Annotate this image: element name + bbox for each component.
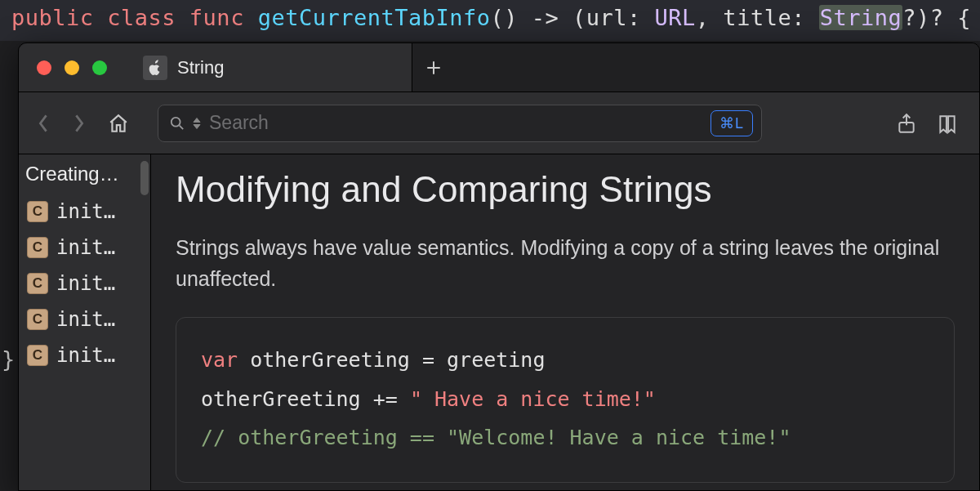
tok-funcname: getCurrentTabInfo: [258, 5, 491, 30]
tab-title: String: [177, 57, 224, 78]
tok-type-string: String: [819, 5, 903, 30]
sidebar-item-init-2[interactable]: C init…: [19, 266, 150, 301]
toolbar-right: [894, 113, 960, 134]
search-icon: [170, 116, 185, 131]
new-tab-button[interactable]: [412, 43, 455, 92]
doc-content[interactable]: Modifying and Comparing Strings Strings …: [151, 154, 979, 490]
constructor-badge-icon: C: [27, 273, 48, 294]
search-scope-chevrons[interactable]: [193, 118, 201, 129]
doc-paragraph: Strings always have value semantics. Mod…: [176, 233, 955, 294]
back-button[interactable]: [29, 107, 58, 140]
search-shortcut-badge: ⌘L: [710, 110, 753, 136]
sidebar-item-label: init…: [56, 236, 115, 259]
share-button[interactable]: [894, 113, 919, 134]
sidebar-heading: Creating…: [19, 159, 150, 194]
doc-heading: Modifying and Comparing Strings: [176, 169, 955, 210]
sidebar-item-init-0[interactable]: C init…: [19, 194, 150, 230]
doc-code-sample: var otherGreeting = greeting otherGreeti…: [176, 317, 955, 483]
sidebar-item-label: init…: [56, 272, 115, 295]
sidebar-item-label: init…: [56, 308, 115, 331]
editor-code-line: public class func getCurrentTabInfo() ->…: [0, 0, 980, 41]
zoom-button[interactable]: [92, 60, 107, 75]
search-input[interactable]: [209, 112, 702, 134]
code-comment: // otherGreeting == "Welcome! Have a nic…: [201, 426, 791, 449]
sidebar-item-init-4[interactable]: C init…: [19, 337, 150, 373]
tok-func: func: [189, 5, 244, 30]
tok-public: public: [11, 5, 94, 30]
svg-line-1: [180, 125, 184, 129]
constructor-badge-icon: C: [27, 201, 48, 222]
forward-button[interactable]: [65, 107, 94, 140]
svg-marker-2: [194, 118, 200, 122]
traffic-lights: [19, 43, 127, 92]
tok-class: class: [107, 5, 176, 30]
sidebar-scrollbar[interactable]: [140, 161, 149, 195]
constructor-badge-icon: C: [27, 237, 48, 258]
home-button[interactable]: [100, 107, 136, 140]
doc-window: String ⌘L: [18, 42, 980, 491]
sidebar-item-init-1[interactable]: C init…: [19, 230, 150, 266]
window-body: Creating… C init… C init… C init… C init…: [19, 154, 979, 490]
sidebar-item-init-3[interactable]: C init…: [19, 301, 150, 337]
apple-icon: [143, 56, 167, 80]
constructor-badge-icon: C: [27, 309, 48, 330]
svg-marker-3: [194, 124, 200, 128]
code-kw-var: var: [201, 348, 238, 372]
sidebar-item-label: init…: [56, 344, 115, 367]
bookmark-button[interactable]: [935, 113, 960, 134]
sidebar-item-label: init…: [56, 200, 115, 223]
constructor-badge-icon: C: [27, 345, 48, 366]
minimize-button[interactable]: [65, 60, 79, 75]
close-button[interactable]: [37, 60, 51, 75]
tab-bar: String: [19, 43, 979, 92]
svg-point-0: [172, 117, 180, 126]
code-string-literal: " Have a nice time!": [410, 387, 656, 411]
tab-string[interactable]: String: [127, 43, 412, 92]
editor-closing-brace: }: [0, 346, 18, 372]
search-box[interactable]: ⌘L: [158, 105, 762, 142]
toolbar: ⌘L: [19, 92, 979, 154]
sidebar[interactable]: Creating… C init… C init… C init… C init…: [19, 154, 151, 490]
tok-type-url: URL: [655, 5, 696, 30]
